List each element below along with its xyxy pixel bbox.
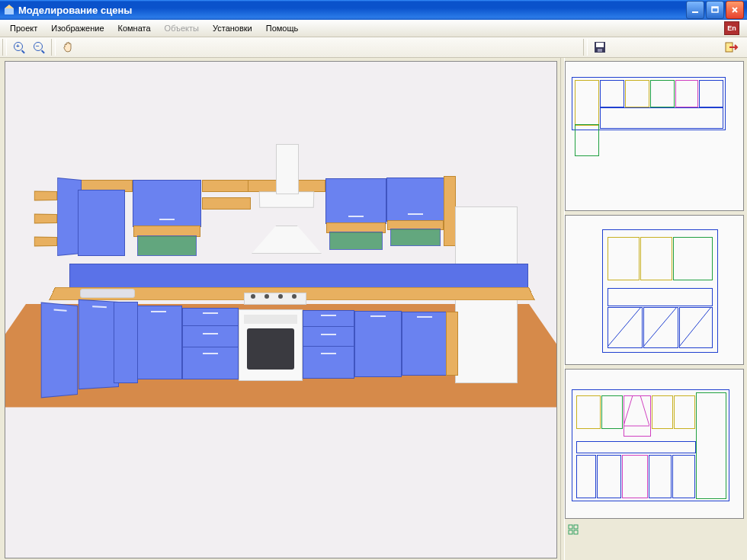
svg-line-8 — [608, 307, 641, 347]
toolbar-sep-2 — [583, 39, 588, 56]
svg-rect-12 — [569, 525, 572, 529]
lower-cabinet — [135, 306, 182, 379]
toolbar-grip — [2, 39, 7, 56]
shelf-left — [34, 237, 57, 247]
window-title: Моделирование сцены — [18, 5, 686, 16]
svg-rect-13 — [574, 525, 578, 529]
plan-view-top[interactable] — [565, 61, 744, 211]
lower-cabinet — [303, 310, 354, 379]
upper-cabinet — [325, 178, 386, 224]
hob-burner — [251, 294, 255, 299]
toolbar: + − — [0, 37, 747, 58]
menu-objects: Объекты — [158, 21, 206, 35]
svg-rect-0 — [5, 8, 14, 14]
app-icon — [3, 4, 15, 16]
zoom-in-icon[interactable]: + — [11, 39, 27, 56]
lower-cabinet-corner — [114, 302, 138, 383]
window-controls — [686, 1, 744, 19]
upper-cabinet — [390, 229, 441, 246]
title-bar: Моделирование сцены — [0, 0, 747, 20]
menu-help[interactable]: Помощь — [259, 21, 306, 35]
zoom-out-icon[interactable]: − — [30, 39, 47, 56]
3d-viewport[interactable] — [5, 61, 557, 558]
oven — [239, 309, 303, 381]
upper-cabinet-corner — [78, 190, 125, 256]
shelf-left — [34, 214, 57, 224]
hob-burner — [264, 294, 269, 299]
sink — [80, 289, 135, 298]
svg-rect-15 — [574, 530, 578, 534]
grid-toggle-icon[interactable] — [568, 524, 579, 536]
shelf — [202, 180, 251, 192]
close-button[interactable] — [726, 1, 744, 19]
lower-cabinet-left — [41, 302, 78, 398]
upper-cabinet — [133, 180, 201, 227]
side-panel — [565, 58, 747, 560]
menu-image[interactable]: Изображение — [44, 21, 111, 35]
range-hood — [252, 226, 322, 254]
svg-marker-11 — [624, 395, 649, 426]
menu-room[interactable]: Комната — [111, 21, 158, 35]
diagonal-lines — [608, 307, 711, 347]
plan-view-elevation-1[interactable] — [565, 215, 744, 365]
exit-icon[interactable] — [724, 39, 741, 56]
language-badge[interactable]: En — [724, 21, 739, 35]
range-hood-duct — [276, 144, 299, 194]
minimize-button[interactable] — [686, 1, 704, 19]
hood-outline — [624, 395, 649, 435]
side-panel-footer — [565, 523, 744, 538]
hob-burner — [292, 294, 297, 299]
menu-bar: Проект Изображение Комната Объекты Устан… — [0, 20, 747, 37]
plan-view-elevation-2[interactable] — [565, 369, 744, 519]
toolbar-sep-1 — [51, 39, 56, 56]
maximize-button[interactable] — [706, 1, 724, 19]
shelf-left — [34, 191, 57, 201]
menu-project[interactable]: Проект — [3, 21, 44, 35]
svg-marker-1 — [5, 5, 14, 8]
upper-cabinet — [386, 178, 444, 222]
cabinet-side — [444, 176, 456, 246]
svg-rect-2 — [692, 11, 698, 13]
lower-cabinet — [402, 312, 447, 376]
hob-burner — [278, 294, 283, 299]
lower-cabinet — [182, 308, 239, 379]
svg-line-9 — [643, 307, 677, 347]
cabinet-side — [446, 312, 458, 376]
save-icon[interactable] — [592, 39, 608, 56]
pan-hand-icon[interactable] — [59, 39, 76, 56]
main-panel — [0, 58, 560, 560]
svg-line-10 — [679, 307, 711, 347]
workspace — [0, 58, 747, 560]
svg-rect-4 — [712, 7, 718, 8]
menu-settings[interactable]: Установки — [206, 21, 259, 35]
upper-cabinet — [137, 235, 197, 256]
svg-rect-14 — [569, 530, 572, 534]
shelf — [202, 197, 251, 210]
lower-cabinet — [354, 311, 402, 377]
upper-cabinet — [329, 232, 383, 250]
